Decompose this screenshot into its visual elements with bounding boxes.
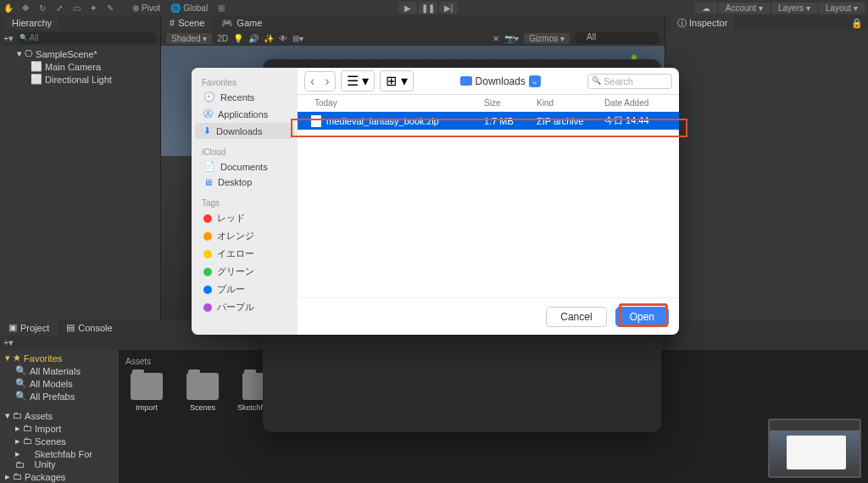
hand-tool-icon[interactable]: ✋ bbox=[0, 1, 17, 14]
camera-icon[interactable]: 📷▾ bbox=[504, 34, 519, 43]
col-name[interactable]: Today bbox=[311, 98, 484, 108]
hierarchy-panel: Hierarchy +▾ All ▾ ⎔ SampleScene* ⬜ Main… bbox=[0, 15, 161, 320]
inspector-tab[interactable]: ⓘ Inspector bbox=[670, 15, 734, 31]
cancel-button[interactable]: Cancel bbox=[546, 307, 606, 327]
file-row[interactable]: medieval_fantasy_book.zip 1.7 MB ZIP arc… bbox=[298, 112, 679, 130]
location-label: Downloads bbox=[476, 75, 526, 87]
project-create-dropdown[interactable]: +▾ bbox=[3, 337, 17, 348]
pivot-toggle[interactable]: ⊕ Pivot bbox=[127, 3, 165, 13]
sidebar-section-label: Tags bbox=[192, 195, 298, 209]
favorites-header[interactable]: ▾ ★ Favorites bbox=[0, 352, 119, 364]
lighting-icon[interactable]: 💡 bbox=[233, 34, 243, 43]
project-tree-item[interactable]: ▸ 🗀 Import bbox=[0, 422, 119, 435]
sidebar-section-label: iCloud bbox=[192, 144, 298, 158]
snap-icon[interactable]: ⊞ bbox=[213, 1, 230, 14]
tools-icon[interactable]: ✕ bbox=[492, 34, 499, 43]
back-button[interactable]: ‹ bbox=[305, 72, 320, 91]
project-tree-item[interactable]: 🔍 All Materials bbox=[0, 364, 119, 377]
file-list: medieval_fantasy_book.zip 1.7 MB ZIP arc… bbox=[298, 112, 679, 297]
location-dropdown[interactable]: ⌄ bbox=[529, 75, 541, 87]
folder-icon bbox=[131, 373, 163, 400]
project-tree-item[interactable]: 🔍 All Prefabs bbox=[0, 390, 119, 402]
layout-dropdown[interactable]: Layout ▾ bbox=[819, 3, 865, 14]
play-button[interactable]: ▶ bbox=[398, 2, 417, 14]
move-tool-icon[interactable]: ✥ bbox=[17, 1, 34, 14]
hidden-icon[interactable]: 👁 bbox=[279, 34, 287, 43]
tag-dot-icon bbox=[203, 268, 212, 276]
project-tree-item[interactable]: 🔍 All Models bbox=[0, 377, 119, 390]
tag-dot-icon bbox=[203, 303, 212, 312]
hierarchy-item[interactable]: ⬜ Main Camera bbox=[0, 60, 160, 73]
folder-icon bbox=[460, 76, 472, 86]
tag-item[interactable]: レッド bbox=[195, 209, 294, 227]
fx-icon[interactable]: ✨ bbox=[264, 34, 274, 43]
sidebar-section-label: Favorites bbox=[192, 75, 298, 89]
audio-icon[interactable]: 🔊 bbox=[248, 34, 259, 43]
2d-toggle[interactable]: 2D bbox=[217, 34, 228, 43]
project-tree-item[interactable]: ▸ 🗀 Sketchfab For Unity bbox=[0, 447, 119, 470]
col-date[interactable]: Date Added bbox=[604, 98, 665, 108]
layers-dropdown[interactable]: Layers ▾ bbox=[771, 3, 817, 14]
sidebar-item-desktop[interactable]: 🖥Desktop bbox=[195, 175, 294, 190]
unity-toolbar: ✋ ✥ ↻ ⤢ ▭ ✦ ✎ ⊕ Pivot 🌐 Global ⊞ ▶ ❚❚ ▶|… bbox=[0, 0, 868, 15]
desktop-icon: 🖥 bbox=[203, 177, 213, 187]
tab-scene[interactable]: # Scene bbox=[161, 15, 213, 31]
doc-icon: 📄 bbox=[203, 161, 215, 172]
view-mode-dropdown[interactable]: ☰ ▾ bbox=[341, 70, 375, 92]
preview-thumbnail bbox=[768, 419, 861, 478]
tag-item[interactable]: ブルー bbox=[195, 280, 294, 298]
gizmos-dropdown[interactable]: Gizmos ▾ bbox=[524, 33, 570, 44]
tag-item[interactable]: グリーン bbox=[195, 263, 294, 280]
sidebar-item-applications[interactable]: ⒶApplications bbox=[195, 105, 294, 123]
tag-item[interactable]: パープル bbox=[195, 298, 294, 316]
file-open-dialog: Favorites 🕘Recents ⒶApplications ⬇Downlo… bbox=[192, 68, 679, 335]
custom-tool-icon[interactable]: ✎ bbox=[102, 1, 119, 14]
tag-dot-icon bbox=[203, 286, 212, 294]
shading-mode-dropdown[interactable]: Shaded ▾ bbox=[166, 33, 212, 44]
lock-icon[interactable]: 🔒 bbox=[851, 18, 863, 29]
create-dropdown[interactable]: +▾ bbox=[3, 33, 17, 44]
apps-icon: Ⓐ bbox=[203, 108, 213, 120]
col-size[interactable]: Size bbox=[484, 98, 537, 108]
folder-icon bbox=[186, 373, 219, 400]
sidebar-item-downloads[interactable]: ⬇Downloads bbox=[195, 123, 294, 139]
folder-item[interactable]: Import bbox=[125, 373, 168, 412]
transform-tool-icon[interactable]: ✦ bbox=[85, 1, 102, 14]
packages-header[interactable]: ▸ 🗀 Packages bbox=[0, 470, 119, 483]
open-button[interactable]: Open bbox=[615, 307, 669, 327]
finder-sidebar: Favorites 🕘Recents ⒶApplications ⬇Downlo… bbox=[192, 68, 298, 335]
sidebar-item-recents[interactable]: 🕘Recents bbox=[195, 89, 294, 105]
grid-icon[interactable]: ⊞▾ bbox=[292, 34, 303, 43]
hierarchy-tab[interactable]: Hierarchy bbox=[5, 16, 58, 30]
download-icon: ⬇ bbox=[203, 125, 211, 136]
group-dropdown[interactable]: ⊞ ▾ bbox=[380, 70, 413, 92]
hierarchy-search[interactable]: All bbox=[17, 32, 157, 44]
tab-console[interactable]: ▤ Console bbox=[58, 320, 120, 336]
tab-project[interactable]: ▣ Project bbox=[0, 320, 58, 336]
global-toggle[interactable]: 🌐 Global bbox=[165, 3, 213, 13]
forward-button[interactable]: › bbox=[320, 72, 334, 91]
col-kind[interactable]: Kind bbox=[537, 98, 604, 108]
rotate-tool-icon[interactable]: ↻ bbox=[34, 1, 51, 14]
account-dropdown[interactable]: Account ▾ bbox=[719, 3, 770, 14]
assets-header[interactable]: ▾ 🗀 Assets bbox=[0, 409, 119, 422]
tag-item[interactable]: イエロー bbox=[195, 245, 294, 263]
folder-item[interactable]: Scenes bbox=[181, 373, 224, 412]
scene-row[interactable]: ▾ ⎔ SampleScene* bbox=[0, 47, 160, 60]
pause-button[interactable]: ❚❚ bbox=[419, 2, 437, 14]
svg-text:y: y bbox=[633, 54, 636, 55]
hierarchy-item[interactable]: ⬜ Directional Light bbox=[0, 73, 160, 86]
step-button[interactable]: ▶| bbox=[439, 2, 458, 14]
scale-tool-icon[interactable]: ⤢ bbox=[51, 1, 68, 14]
tag-item[interactable]: オレンジ bbox=[195, 227, 294, 245]
rect-tool-icon[interactable]: ▭ bbox=[68, 1, 85, 14]
finder-toolbar: ‹› ☰ ▾ ⊞ ▾ Downloads ⌄ Search bbox=[298, 68, 679, 95]
tab-game[interactable]: 🎮 Game bbox=[213, 15, 270, 31]
finder-search[interactable]: Search bbox=[587, 74, 672, 89]
tag-dot-icon bbox=[203, 250, 212, 258]
project-tree-item[interactable]: ▸ 🗀 Scenes bbox=[0, 435, 119, 447]
project-tree: ▾ ★ Favorites 🔍 All Materials 🔍 All Mode… bbox=[0, 350, 119, 483]
cloud-button[interactable]: ☁ bbox=[695, 3, 717, 14]
sidebar-item-documents[interactable]: 📄Documents bbox=[195, 158, 294, 175]
scene-search[interactable]: All bbox=[575, 32, 659, 44]
